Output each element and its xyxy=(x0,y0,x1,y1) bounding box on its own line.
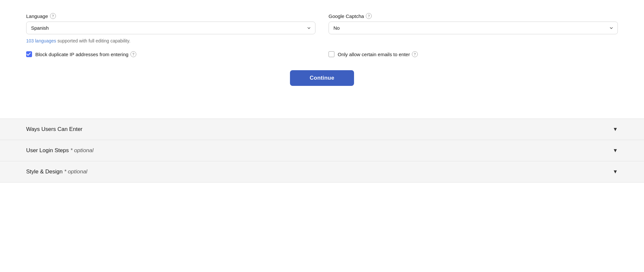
accordion-arrow-style: ▼ xyxy=(613,169,618,175)
accordion-header-style[interactable]: Style & Design * optional ▼ xyxy=(0,161,644,182)
emails-label[interactable]: Only allow certain emails to enter ? xyxy=(338,51,418,57)
continue-button[interactable]: Continue xyxy=(290,70,354,86)
accordion-item-style: Style & Design * optional ▼ xyxy=(0,161,644,183)
checkboxes-row: Block duplicate IP addresses from enteri… xyxy=(26,51,618,57)
accordion-header-login[interactable]: User Login Steps * optional ▼ xyxy=(0,140,644,161)
language-helper-text: 103 languages supported with full editin… xyxy=(26,38,315,43)
language-helper-rest: supported with full editing capability. xyxy=(56,38,130,43)
accordion-title-style: Style & Design * optional xyxy=(26,168,87,175)
block-ip-checkbox[interactable] xyxy=(26,51,32,57)
language-label-text: Language xyxy=(26,13,48,19)
block-ip-label[interactable]: Block duplicate IP addresses from enteri… xyxy=(35,51,136,57)
captcha-label-text: Google Captcha xyxy=(329,13,364,19)
language-link[interactable]: 103 languages xyxy=(26,38,56,43)
accordion-item-login: User Login Steps * optional ▼ xyxy=(0,140,644,161)
accordion-title-login: User Login Steps * optional xyxy=(26,147,93,154)
accordion-item-ways: Ways Users Can Enter ▼ xyxy=(0,119,644,140)
language-select[interactable]: Spanish English French German Italian Po… xyxy=(26,22,315,34)
block-ip-label-text: Block duplicate IP addresses from enteri… xyxy=(35,52,128,57)
accordion-arrow-ways: ▼ xyxy=(613,126,618,132)
main-content: Language ? Spanish English French German… xyxy=(0,0,644,119)
language-label: Language ? xyxy=(26,13,315,19)
accordion-section: Ways Users Can Enter ▼ User Login Steps … xyxy=(0,119,644,183)
language-group: Language ? Spanish English French German… xyxy=(26,13,315,43)
captcha-group: Google Captcha ? No Yes xyxy=(329,13,618,43)
accordion-arrow-login: ▼ xyxy=(613,148,618,153)
emails-help-icon[interactable]: ? xyxy=(412,51,418,57)
captcha-label: Google Captcha ? xyxy=(329,13,618,19)
emails-label-text: Only allow certain emails to enter xyxy=(338,52,410,57)
language-help-icon[interactable]: ? xyxy=(50,13,56,19)
captcha-select[interactable]: No Yes xyxy=(329,22,618,34)
accordion-optional-login: * optional xyxy=(70,147,93,153)
accordion-title-ways: Ways Users Can Enter xyxy=(26,126,82,133)
accordion-optional-style: * optional xyxy=(64,168,87,175)
top-form-row: Language ? Spanish English French German… xyxy=(26,13,618,43)
emails-group: Only allow certain emails to enter ? xyxy=(329,51,618,57)
block-ip-help-icon[interactable]: ? xyxy=(130,51,136,57)
captcha-help-icon[interactable]: ? xyxy=(366,13,372,19)
accordion-header-ways[interactable]: Ways Users Can Enter ▼ xyxy=(0,119,644,140)
continue-btn-row: Continue xyxy=(26,70,618,86)
emails-checkbox[interactable] xyxy=(329,51,334,57)
block-ip-group: Block duplicate IP addresses from enteri… xyxy=(26,51,315,57)
